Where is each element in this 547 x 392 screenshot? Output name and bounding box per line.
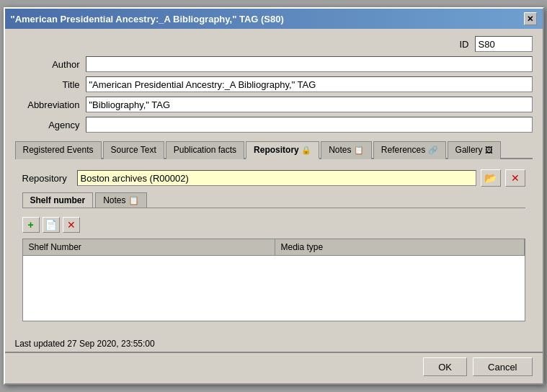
author-label: Author: [15, 59, 80, 70]
id-row: ID: [15, 36, 533, 52]
shelf-table: Shelf Number Media type: [22, 239, 525, 321]
titlebar: "American Presidential Ancestry:_A Bibli…: [5, 9, 543, 29]
ok-button[interactable]: OK: [423, 357, 467, 376]
repository-remove-button[interactable]: ✕: [505, 169, 525, 187]
title-row: Title: [15, 76, 533, 92]
agency-label: Agency: [15, 120, 80, 130]
dialog-title: "American Presidential Ancestry:_A Bibli…: [11, 14, 284, 24]
table-header: Shelf Number Media type: [23, 239, 525, 256]
tab-registered-events[interactable]: Registered Events: [15, 141, 102, 159]
tab-registered-events-label: Registered Events: [23, 145, 94, 155]
references-link-icon: 🔗: [428, 146, 438, 154]
last-updated-text: Last updated 27 Sep 2020, 23:55:00: [15, 339, 155, 349]
title-label: Title: [15, 79, 80, 90]
title-input[interactable]: [86, 76, 533, 92]
main-dialog: "American Presidential Ancestry:_A Bibli…: [4, 7, 544, 385]
author-row: Author: [15, 56, 533, 72]
sub-tab-notes-icon: 📋: [128, 195, 139, 205]
shelf-toolbar: + 📄 ✕: [22, 217, 525, 233]
notes-clipboard-icon: 📋: [354, 146, 364, 154]
id-label: ID: [460, 39, 469, 50]
delete-shelf-button[interactable]: ✕: [63, 217, 80, 233]
status-bar: Last updated 27 Sep 2020, 23:55:00: [5, 334, 543, 352]
tab-references-label: References: [381, 145, 425, 155]
dialog-content: ID Author Title Abbreviation Agency Regi…: [5, 29, 543, 334]
cancel-button[interactable]: Cancel: [473, 357, 532, 376]
th-media-type: Media type: [275, 239, 525, 255]
repository-input[interactable]: [77, 170, 476, 186]
table-body: [23, 256, 525, 321]
tab-publication-facts[interactable]: Publication facts: [166, 141, 244, 159]
add-icon: +: [27, 219, 33, 231]
tab-notes-label: Notes: [329, 145, 351, 155]
repository-folder-button[interactable]: 📂: [481, 169, 501, 187]
tab-gallery-label: Gallery: [455, 145, 483, 155]
repository-row: Repository 📂 ✕: [22, 169, 525, 187]
tab-repository-label: Repository: [254, 145, 299, 155]
id-input[interactable]: [475, 36, 533, 52]
tab-publication-facts-label: Publication facts: [174, 145, 236, 155]
sub-tab-shelf-number-label: Shelf number: [30, 195, 86, 205]
sub-tab-notes-label: Notes: [103, 195, 125, 205]
agency-row: Agency: [15, 117, 533, 133]
delete-icon: ✕: [67, 219, 76, 231]
remove-icon: ✕: [511, 172, 520, 184]
abbreviation-label: Abbreviation: [15, 99, 80, 110]
repository-label: Repository: [22, 173, 73, 184]
tab-source-text-label: Source Text: [111, 145, 156, 155]
folder-icon: 📂: [484, 172, 497, 184]
tab-references[interactable]: References 🔗: [373, 141, 446, 159]
tab-repository[interactable]: Repository 🔒: [246, 141, 319, 159]
copy-shelf-button[interactable]: 📄: [43, 217, 60, 233]
repository-tab-content: Repository 📂 ✕ Shelf number Notes 📋: [15, 164, 533, 327]
main-tabs: Registered Events Source Text Publicatio…: [15, 140, 533, 159]
abbreviation-input[interactable]: [86, 97, 533, 112]
bottom-bar: OK Cancel: [5, 353, 543, 383]
sub-tab-shelf-number[interactable]: Shelf number: [22, 192, 94, 208]
repository-lock-icon: 🔒: [301, 146, 311, 154]
sub-tabs: Shelf number Notes 📋: [22, 192, 525, 208]
gallery-image-icon: 🖼: [485, 146, 493, 154]
author-input[interactable]: [86, 56, 533, 72]
tab-source-text[interactable]: Source Text: [103, 141, 164, 159]
th-shelf-number: Shelf Number: [23, 239, 275, 255]
agency-input[interactable]: [86, 117, 533, 133]
close-button[interactable]: ✕: [524, 12, 537, 25]
add-shelf-button[interactable]: +: [22, 217, 40, 233]
tab-gallery[interactable]: Gallery 🖼: [448, 141, 501, 159]
sub-tab-notes[interactable]: Notes 📋: [95, 192, 147, 208]
abbreviation-row: Abbreviation: [15, 97, 533, 112]
copy-icon: 📄: [45, 219, 57, 231]
tab-notes[interactable]: Notes 📋: [321, 141, 372, 159]
